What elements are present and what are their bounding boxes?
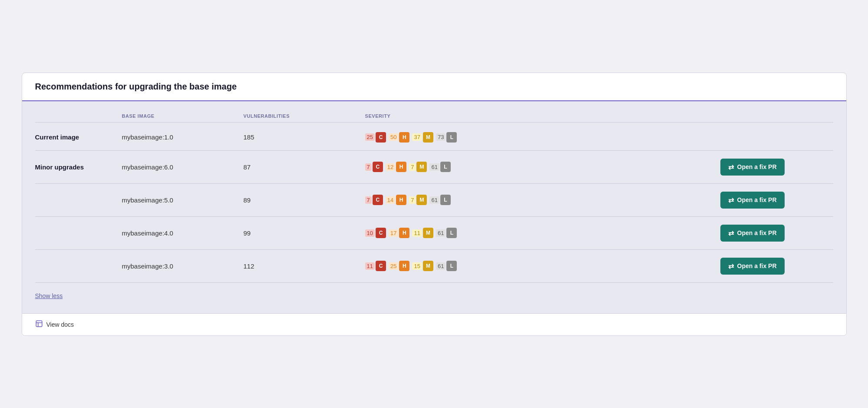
severity-group-current: 25 C 50 H 37 M 73 L [365,132,720,143]
show-less-link[interactable]: Show less [35,292,63,299]
sev-badge-h: H [399,261,409,271]
card-footer: View docs [22,313,846,335]
sev-count-l: 73 [436,133,446,141]
sev-count-c: 11 [365,262,375,270]
severity-group-5: 7 C 14 H 7 M 61 L [365,195,720,205]
card-body: BASE IMAGE VULNERABILITIES SEVERITY Curr… [22,101,846,313]
sev-count-l: 61 [436,229,446,237]
row-vulns-4: 99 [244,229,365,237]
sev-badge-l: L [446,261,457,271]
sev-count-c: 7 [365,163,372,171]
sev-badge-l: L [440,162,451,172]
open-fix-pr-label-6: Open a fix PR [737,163,777,170]
open-fix-pr-label-3: Open a fix PR [737,262,777,269]
table-row: mybaseimage:3.0 112 11 C 25 H 15 M [35,250,833,283]
sev-badge-m: M [416,162,427,172]
open-fix-pr-label-5: Open a fix PR [737,196,777,203]
col-header-base-image: BASE IMAGE [122,113,244,119]
sev-badge-h: H [396,195,406,205]
sev-count-c: 7 [365,196,372,204]
sev-badge-c: C [376,132,386,143]
sev-item-h: 12 H [386,162,406,172]
sev-item-h: 17 H [389,228,409,238]
docs-icon [35,320,43,329]
col-header-vulnerabilities: VULNERABILITIES [244,113,365,119]
sev-count-h: 50 [389,133,398,141]
row-action-4: ⇄ Open a fix PR [720,225,833,242]
sev-count-h: 25 [389,262,398,270]
sev-item-c: 10 C [365,228,386,238]
sev-count-h: 12 [386,163,395,171]
sev-item-m: 7 M [409,195,427,205]
sev-badge-c: C [376,261,386,271]
sev-item-l: 61 L [429,162,450,172]
sev-item-h: 25 H [389,261,409,271]
row-vulns-5: 89 [244,196,365,204]
pr-icon: ⇄ [728,196,734,204]
col-header-severity: SEVERITY [365,113,720,119]
pr-icon: ⇄ [728,262,734,270]
sev-badge-m: M [416,195,427,205]
sev-badge-m: M [423,132,433,143]
sev-count-l: 61 [436,262,446,270]
sev-item-c: 7 C [365,195,383,205]
sev-item-h: 50 H [389,132,409,143]
sev-count-c: 10 [365,229,375,237]
sev-item-m: 15 M [412,261,433,271]
sev-item-l: 61 L [429,195,450,205]
sev-badge-l: L [446,228,457,238]
page-title: Recommendations for upgrading the base i… [35,82,833,92]
svg-rect-0 [36,321,42,327]
pr-icon: ⇄ [728,229,734,237]
sev-count-m: 7 [409,196,416,204]
col-header-action [720,113,833,119]
sev-count-l: 61 [429,163,439,171]
sev-badge-m: M [423,228,433,238]
row-label-current: Current image [35,133,122,141]
show-less-container: Show less [35,283,833,309]
sev-badge-l: L [446,132,457,143]
table-header: BASE IMAGE VULNERABILITIES SEVERITY [35,110,833,123]
card-header: Recommendations for upgrading the base i… [22,73,846,101]
sev-item-m: 11 M [412,228,433,238]
sev-badge-h: H [399,132,409,143]
row-vulns-3: 112 [244,262,365,270]
table-row: Minor upgrades mybaseimage:6.0 87 7 C 12… [35,151,833,184]
sev-badge-h: H [396,162,406,172]
col-header-label [35,113,122,119]
row-image-5: mybaseimage:5.0 [122,196,244,204]
sev-count-m: 37 [412,133,422,141]
sev-count-m: 7 [409,163,416,171]
row-image-3: mybaseimage:3.0 [122,262,244,270]
sev-item-m: 37 M [412,132,433,143]
sev-badge-m: M [423,261,433,271]
sev-count-h: 14 [386,196,395,204]
table-row: mybaseimage:5.0 89 7 C 14 H 7 M [35,184,833,217]
open-fix-pr-button-6[interactable]: ⇄ Open a fix PR [720,159,785,176]
pr-icon: ⇄ [728,163,734,171]
sev-item-c: 11 C [365,261,386,271]
row-image-4: mybaseimage:4.0 [122,229,244,237]
open-fix-pr-label-4: Open a fix PR [737,229,777,236]
sev-badge-c: C [373,195,383,205]
sev-badge-l: L [440,195,451,205]
sev-item-l: 73 L [436,132,457,143]
sev-badge-c: C [376,228,386,238]
view-docs-link[interactable]: View docs [46,321,74,328]
row-label-minor: Minor upgrades [35,163,122,171]
row-vulns-6: 87 [244,163,365,171]
open-fix-pr-button-3[interactable]: ⇄ Open a fix PR [720,258,785,275]
sev-item-h: 14 H [386,195,406,205]
sev-count-m: 11 [412,229,422,237]
sev-count-c: 25 [365,133,375,141]
severity-group-3: 11 C 25 H 15 M 61 L [365,261,720,271]
row-action-3: ⇄ Open a fix PR [720,258,833,275]
row-image-current: mybaseimage:1.0 [122,133,244,141]
open-fix-pr-button-4[interactable]: ⇄ Open a fix PR [720,225,785,242]
open-fix-pr-button-5[interactable]: ⇄ Open a fix PR [720,192,785,209]
sev-item-l: 61 L [436,261,457,271]
sev-count-l: 61 [429,196,439,204]
row-vulns-current: 185 [244,133,365,141]
sev-count-h: 17 [389,229,398,237]
sev-count-m: 15 [412,262,422,270]
